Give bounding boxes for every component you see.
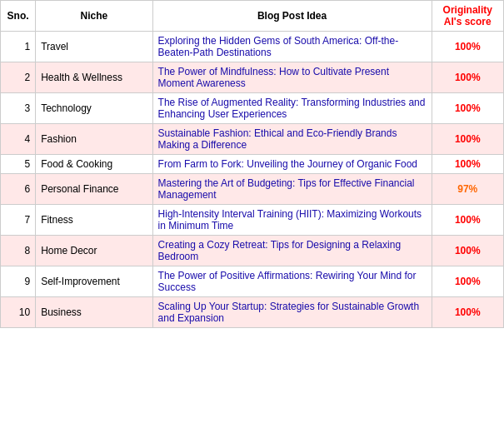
cell-blog-idea: From Farm to Fork: Unveiling the Journey… [152, 155, 432, 174]
cell-niche: Technology [36, 93, 152, 124]
cell-niche: Health & Wellness [36, 62, 152, 93]
cell-score: 100% [432, 155, 503, 174]
cell-sno: 1 [1, 32, 36, 62]
table-row: 4FashionSustainable Fashion: Ethical and… [1, 124, 504, 155]
cell-score: 100% [432, 266, 503, 297]
cell-sno: 2 [1, 62, 36, 93]
table-row: 8Home DecorCreating a Cozy Retreat: Tips… [1, 236, 504, 266]
cell-niche: Fashion [36, 124, 152, 155]
cell-score: 100% [432, 236, 503, 266]
cell-blog-idea: Scaling Up Your Startup: Strategies for … [152, 297, 432, 328]
header-niche: Niche [36, 1, 152, 32]
header-blog-post-idea: Blog Post Idea [152, 1, 432, 32]
cell-score: 100% [432, 32, 503, 62]
cell-blog-idea: Sustainable Fashion: Ethical and Eco-Fri… [152, 124, 432, 155]
cell-sno: 7 [1, 205, 36, 236]
cell-sno: 8 [1, 236, 36, 266]
cell-blog-idea: Mastering the Art of Budgeting: Tips for… [152, 174, 432, 205]
cell-blog-idea: The Rise of Augmented Reality: Transform… [152, 93, 432, 124]
table-row: 10BusinessScaling Up Your Startup: Strat… [1, 297, 504, 328]
cell-sno: 4 [1, 124, 36, 155]
table-row: 9Self-ImprovementThe Power of Positive A… [1, 266, 504, 297]
cell-sno: 5 [1, 155, 36, 174]
table-row: 6Personal FinanceMastering the Art of Bu… [1, 174, 504, 205]
cell-niche: Personal Finance [36, 174, 152, 205]
cell-score: 100% [432, 124, 503, 155]
cell-blog-idea: The Power of Positive Affirmations: Rewi… [152, 266, 432, 297]
cell-niche: Food & Cooking [36, 155, 152, 174]
cell-score: 97% [432, 174, 503, 205]
cell-niche: Self-Improvement [36, 266, 152, 297]
cell-sno: 9 [1, 266, 36, 297]
table-row: 3TechnologyThe Rise of Augmented Reality… [1, 93, 504, 124]
table-row: 1TravelExploring the Hidden Gems of Sout… [1, 32, 504, 62]
header-originality: Originality AI's score [432, 1, 503, 32]
cell-sno: 6 [1, 174, 36, 205]
cell-niche: Business [36, 297, 152, 328]
cell-score: 100% [432, 205, 503, 236]
blog-ideas-table: Sno. Niche Blog Post Idea Originality AI… [0, 0, 504, 328]
cell-score: 100% [432, 297, 503, 328]
cell-sno: 3 [1, 93, 36, 124]
cell-niche: Travel [36, 32, 152, 62]
table-row: 7FitnessHigh-Intensity Interval Training… [1, 205, 504, 236]
header-sno: Sno. [1, 1, 36, 32]
cell-sno: 10 [1, 297, 36, 328]
cell-blog-idea: High-Intensity Interval Training (HIIT):… [152, 205, 432, 236]
cell-blog-idea: The Power of Mindfulness: How to Cultiva… [152, 62, 432, 93]
cell-blog-idea: Creating a Cozy Retreat: Tips for Design… [152, 236, 432, 266]
cell-score: 100% [432, 62, 503, 93]
cell-niche: Home Decor [36, 236, 152, 266]
cell-score: 100% [432, 93, 503, 124]
table-row: 5Food & CookingFrom Farm to Fork: Unveil… [1, 155, 504, 174]
table-row: 2Health & WellnessThe Power of Mindfulne… [1, 62, 504, 93]
cell-niche: Fitness [36, 205, 152, 236]
cell-blog-idea: Exploring the Hidden Gems of South Ameri… [152, 32, 432, 62]
